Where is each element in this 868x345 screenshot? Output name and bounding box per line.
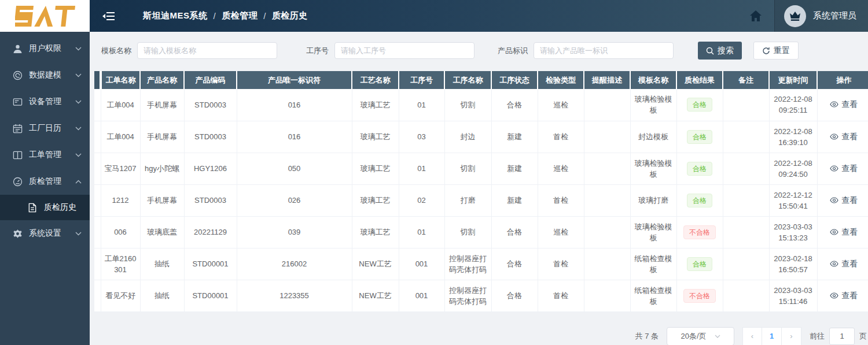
qc-result-badge: 不合格 <box>683 289 716 303</box>
row-lead-spacer <box>94 216 101 248</box>
cell-product-name: 手机屏幕 <box>140 121 184 153</box>
sidebar-item-quality-mgmt[interactable]: 质检管理 <box>0 168 90 195</box>
table-row: 工单2160301抽纸STD00001216002NEW工艺001控制器座打码壳… <box>94 248 868 280</box>
cell-step-no: 01 <box>399 153 444 184</box>
crown-icon <box>789 11 801 21</box>
cell-template-name: 玻璃检验模板 <box>630 89 676 121</box>
view-button[interactable]: 查看 <box>830 131 858 142</box>
cell-product-code: 20221129 <box>184 216 237 248</box>
cell-updated-at: 2022-12-12 15:50:41 <box>769 184 817 216</box>
breadcrumb-root[interactable]: 斯坦迪MES系统 <box>143 10 208 21</box>
next-page-button[interactable]: › <box>782 327 801 345</box>
template-name-input[interactable] <box>137 42 277 59</box>
eye-icon <box>830 229 838 235</box>
row-lead-spacer <box>94 153 101 184</box>
column-header: 操作 <box>817 71 868 89</box>
sidebar-item-label: 用户权限 <box>29 43 75 54</box>
cell-action: 查看 <box>817 153 868 184</box>
step-no-input[interactable] <box>334 42 475 59</box>
product-uid-input[interactable] <box>534 42 674 59</box>
cell-product-code: HGY1206 <box>184 153 237 184</box>
current-page[interactable]: 1 <box>762 327 782 345</box>
cell-product-code: STD00001 <box>184 280 237 311</box>
cell-work-order: 1212 <box>101 184 140 216</box>
cell-step-status: 合格 <box>491 216 538 248</box>
cell-template-name: 封边模板 <box>630 121 676 153</box>
search-button[interactable]: 搜索 <box>698 42 742 60</box>
qc-result-badge: 合格 <box>687 98 712 112</box>
cell-work-order: 工单004 <box>101 121 140 153</box>
reset-button[interactable]: 重置 <box>753 42 799 60</box>
cell-process-name: 玻璃工艺 <box>352 184 399 216</box>
view-button[interactable]: 查看 <box>830 195 858 206</box>
cell-work-order: 006 <box>101 216 140 248</box>
user-menu[interactable]: 系统管理员 <box>774 0 868 32</box>
qc-history-table: 工单名称 产品名称 产品编码 产品唯一标识符 工艺名称 工序号 工序名称 工序状… <box>94 71 868 312</box>
cell-product-code: STD0003 <box>184 121 237 153</box>
cell-step-no: 001 <box>399 280 444 311</box>
sidebar-item-factory-calendar[interactable]: 工厂日历 <box>0 115 90 142</box>
qc-result-badge: 合格 <box>687 130 712 144</box>
view-button[interactable]: 查看 <box>830 227 858 238</box>
cell-updated-at: 2022-12-08 16:39:10 <box>769 121 817 153</box>
cell-step-name: 切割 <box>444 153 491 184</box>
sidebar-item-system-settings[interactable]: 系统设置 <box>0 220 90 247</box>
column-header: 更新时间 <box>769 71 817 89</box>
view-button[interactable]: 查看 <box>830 290 858 301</box>
cell-updated-at: 2022-12-08 09:25:11 <box>769 89 817 121</box>
column-header: 工序号 <box>399 71 444 89</box>
document-icon <box>27 203 38 213</box>
cell-step-status: 新建 <box>491 153 538 184</box>
cell-step-name: 封边 <box>444 121 491 153</box>
cell-remark <box>723 280 769 311</box>
chevron-down-icon <box>75 153 82 157</box>
cell-product-code: STD0003 <box>184 89 237 121</box>
cell-step-name: 切割 <box>444 216 491 248</box>
row-lead-spacer <box>94 89 101 121</box>
cell-process-name: NEW工艺 <box>352 280 399 311</box>
total-count: 共 7 条 <box>635 331 659 342</box>
app-logo[interactable] <box>0 0 90 32</box>
cell-action: 查看 <box>817 280 868 311</box>
column-header: 工序状态 <box>491 71 538 89</box>
breadcrumb-section[interactable]: 质检管理 <box>222 10 258 21</box>
view-button[interactable]: 查看 <box>830 163 858 174</box>
breadcrumb-page[interactable]: 质检历史 <box>272 10 308 21</box>
cell-inspect-type: 首检 <box>538 184 584 216</box>
row-lead-spacer <box>94 121 101 153</box>
quality-gauge-icon <box>12 177 23 187</box>
sidebar-item-data-modeling[interactable]: 数据建模 <box>0 62 90 88</box>
view-button[interactable]: 查看 <box>830 258 858 269</box>
cell-result: 合格 <box>676 121 723 153</box>
eye-icon <box>830 133 838 140</box>
goto-page-input[interactable] <box>829 328 855 345</box>
cell-step-status: 新建 <box>491 184 538 216</box>
cell-step-no: 01 <box>399 89 444 121</box>
filter-label-step-no: 工序号 <box>306 46 329 56</box>
cell-remind-desc <box>584 248 630 280</box>
page-size-select[interactable]: 20条/页 <box>667 327 734 345</box>
sidebar-item-work-order-mgmt[interactable]: 工单管理 <box>0 142 90 168</box>
cell-product-uid: 016 <box>237 89 352 121</box>
prev-page-button[interactable]: ‹ <box>742 327 762 345</box>
cell-work-order: 看见不好 <box>101 280 140 311</box>
table-lead-strip <box>94 71 101 89</box>
sidebar-item-quality-history[interactable]: 质检历史 <box>0 195 90 220</box>
sidebar-item-device-mgmt[interactable]: 设备管理 <box>0 88 90 115</box>
row-lead-spacer <box>94 184 101 216</box>
cell-template-name: 纸箱检查模板 <box>630 248 676 280</box>
cell-template-name: 玻璃检验模板 <box>630 153 676 184</box>
chevron-down-icon <box>75 232 82 236</box>
cell-remind-desc <box>584 184 630 216</box>
sat-logo-icon <box>15 6 75 27</box>
cell-result: 不合格 <box>676 280 723 311</box>
eye-icon <box>830 261 838 267</box>
home-icon[interactable] <box>750 10 762 21</box>
cell-updated-at: 2023-03-03 15:13:23 <box>769 216 817 248</box>
cell-step-no: 03 <box>399 121 444 153</box>
sidebar-item-label: 质检管理 <box>29 176 75 187</box>
pager: ‹ 1 › <box>742 327 801 345</box>
view-button[interactable]: 查看 <box>830 99 858 110</box>
collapse-menu-icon[interactable] <box>102 11 115 21</box>
sidebar-item-user-rights[interactable]: 用户权限 <box>0 35 90 62</box>
